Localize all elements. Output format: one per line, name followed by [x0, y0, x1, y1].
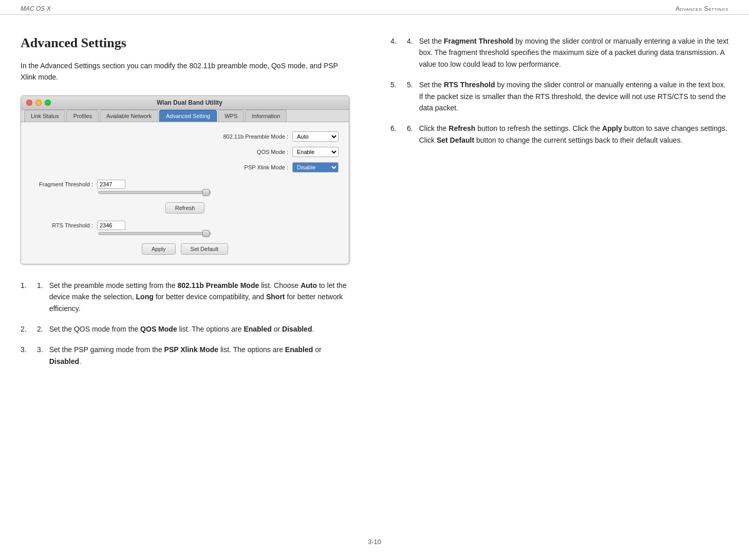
mac-tabs: Link Status Profiles Available Network A…: [21, 110, 349, 122]
step-number: 5.: [407, 79, 413, 113]
tab-information[interactable]: Information: [245, 110, 287, 122]
page-header-right: Advanced Settings: [676, 5, 728, 12]
fragment-slider-track[interactable]: [98, 191, 211, 194]
left-column: Advanced Settings In the Advanced Settin…: [21, 35, 360, 376]
psp-row: PSP Xlink Mode : Disable Enable: [31, 162, 339, 172]
tab-wps[interactable]: WPS: [218, 110, 244, 122]
list-item: 4. Set the Fragment Threshold by moving …: [390, 35, 728, 70]
preamble-row: 802.11b Preamble Mode : Auto Long Short: [31, 131, 339, 142]
rts-input[interactable]: [97, 221, 125, 230]
fragment-label: Fragment Threshold :: [31, 181, 93, 187]
fragment-slider-thumb[interactable]: [202, 189, 210, 196]
tab-advanced-setting[interactable]: Advanced Setting: [159, 110, 217, 122]
step-text: Set the QOS mode from the QOS Mode list.…: [49, 323, 314, 335]
tab-available-network[interactable]: Available Network: [100, 110, 158, 122]
preamble-label: 802.11b Preamble Mode :: [223, 133, 288, 140]
step-text: Set the preamble mode setting from the 8…: [49, 280, 349, 314]
refresh-button[interactable]: Refresh: [165, 202, 205, 214]
page-header-left: MAC OS X: [21, 5, 51, 12]
page-title: Advanced Settings: [21, 35, 349, 51]
rts-slider-track[interactable]: [98, 232, 211, 235]
list-item: 6. Click the Refresh button to refresh t…: [390, 123, 728, 146]
step-text: Set the PSP gaming mode from the PSP Xli…: [49, 344, 349, 367]
qos-select[interactable]: Enable Disable: [292, 147, 339, 157]
rts-section: RTS Threshold :: [31, 221, 339, 235]
right-steps-list: 4. Set the Fragment Threshold by moving …: [390, 35, 728, 146]
step-number: 3.: [37, 344, 43, 367]
rts-row: RTS Threshold :: [31, 221, 339, 230]
step-number: 6.: [407, 123, 413, 146]
refresh-button-row: Refresh: [31, 202, 339, 214]
mac-titlebar: Wlan Dual Band Utility: [21, 96, 349, 110]
tab-link-status[interactable]: Link Status: [24, 110, 65, 122]
list-item: 3. Set the PSP gaming mode from the PSP …: [21, 344, 349, 367]
rts-slider-thumb[interactable]: [202, 230, 210, 237]
qos-label: QOS Mode :: [257, 149, 288, 155]
tab-profiles[interactable]: Profiles: [66, 110, 99, 122]
step-text: Set the Fragment Threshold by moving the…: [419, 35, 728, 70]
fragment-input[interactable]: [97, 180, 125, 189]
mac-window: Wlan Dual Band Utility Link Status Profi…: [21, 95, 349, 264]
apply-button[interactable]: Apply: [142, 243, 176, 255]
step-number: 4.: [407, 35, 413, 70]
apply-buttons-row: Apply Set Default: [31, 243, 339, 255]
step-text: Set the RTS Threshold by moving the slid…: [419, 79, 728, 113]
list-item: 5. Set the RTS Threshold by moving the s…: [390, 79, 728, 113]
fragment-row: Fragment Threshold :: [31, 180, 339, 189]
right-column: 4. Set the Fragment Threshold by moving …: [380, 35, 728, 376]
qos-row: QOS Mode : Enable Disable: [31, 147, 339, 157]
step-number: 1.: [37, 280, 43, 314]
close-button[interactable]: [26, 100, 32, 106]
step-number: 2.: [37, 323, 43, 335]
set-default-button[interactable]: Set Default: [181, 243, 228, 255]
list-item: 2. Set the QOS mode from the QOS Mode li…: [21, 323, 349, 335]
psp-select[interactable]: Disable Enable: [292, 162, 339, 172]
rts-label: RTS Threshold :: [31, 222, 93, 228]
window-title: Wlan Dual Band Utility: [35, 99, 344, 106]
page-footer: 3-10: [0, 530, 749, 554]
fragment-section: Fragment Threshold :: [31, 180, 339, 194]
step-text: Click the Refresh button to refresh the …: [419, 123, 728, 146]
list-item: 1. Set the preamble mode setting from th…: [21, 280, 349, 314]
intro-text: In the Advanced Settings section you can…: [21, 60, 349, 83]
left-steps-list: 1. Set the preamble mode setting from th…: [21, 280, 349, 367]
mac-body: 802.11b Preamble Mode : Auto Long Short …: [21, 122, 349, 264]
psp-label: PSP Xlink Mode :: [245, 164, 288, 170]
preamble-select[interactable]: Auto Long Short: [292, 131, 339, 142]
